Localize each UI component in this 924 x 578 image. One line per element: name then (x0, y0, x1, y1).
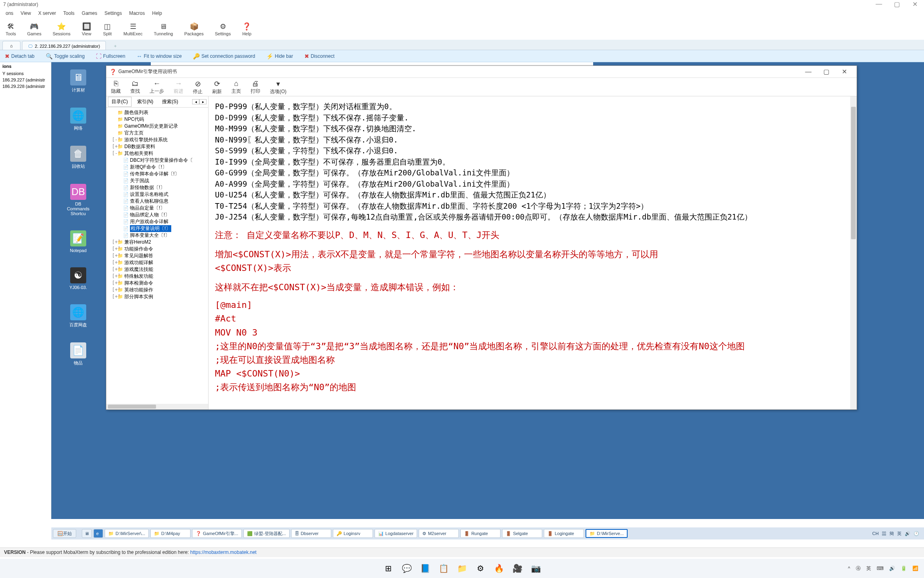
taskbar-item[interactable]: ❓GameOfMir引擎... (192, 529, 242, 538)
version-link[interactable]: https://mobaxterm.mobatek.net (190, 550, 256, 555)
host-tray-item[interactable]: ⓐ (856, 565, 861, 572)
host-tray-item[interactable]: 🔊 (889, 566, 895, 571)
desktop-icon-DB Commands Shortcu[interactable]: DBDB Commands Shortcu (66, 184, 90, 216)
taskbar-item[interactable]: 📁D:\MirServe... (586, 529, 628, 538)
chm-tb-打印[interactable]: 🖨打印 (251, 79, 260, 94)
tray-item[interactable]: CH (872, 531, 879, 536)
tree-node[interactable]: [-]📁游戏引擎脱外挂系统 (112, 136, 207, 143)
host-tray-item[interactable]: ⌨ (877, 566, 883, 571)
tree-node[interactable]: 📄DBC对字符型变量操作命令〔 (112, 157, 207, 164)
action-detach-tab[interactable]: ✖Detach tab (5, 53, 34, 59)
tree-node[interactable]: 📄关于国战 (112, 177, 207, 184)
taskbar-item[interactable]: 🔑Loginsrv (333, 529, 373, 538)
desktop-icon-网络[interactable]: 🌐网络 (66, 108, 90, 131)
tray-item[interactable]: 🔊 (905, 531, 910, 536)
tree-node[interactable]: 📄物品自定量〔!〕 (112, 205, 207, 212)
chm-tb-查找[interactable]: 🗂查找 (130, 79, 140, 94)
tree-node[interactable]: [+]📁游戏魔法技能 (112, 266, 207, 273)
action-set-connection-password[interactable]: 🔑Set connection password (193, 53, 255, 59)
taskbar-item[interactable]: ⚙M2server (419, 529, 459, 538)
chm-nav-tab-0[interactable]: 目录(C) (108, 97, 132, 107)
tray-item[interactable]: 🕐 (914, 531, 919, 536)
chm-titlebar[interactable]: ❓ GameOfMir引擎使用说明书 — ▢ ✕ (106, 66, 857, 78)
taskbar-item[interactable]: 🚪Logingate (544, 529, 584, 538)
menu-games[interactable]: Games (82, 10, 97, 16)
action-fit-to-window-size[interactable]: ↔Fit to window size (136, 53, 182, 59)
action-fullscreen[interactable]: ⛶Fullscreen (96, 53, 125, 59)
chm-tree[interactable]: 📁颜色值列表📁NPC代码📁GameOfMir历史更新记录📁官方主页[-]📁游戏引… (106, 108, 208, 403)
action-toggle-scaling[interactable]: 🔍Toggle scaling (46, 53, 85, 59)
tree-node[interactable]: 📄用户游戏命令详解 (112, 218, 207, 225)
chm-vscroll[interactable] (850, 96, 857, 409)
host-tray-item[interactable]: 🔋 (901, 566, 907, 571)
menu-tools[interactable]: Tools (63, 10, 75, 16)
chm-nav-tab-2[interactable]: 搜索(S) (159, 97, 181, 106)
tree-node[interactable]: 📁颜色值列表 (112, 109, 207, 116)
tree-node[interactable]: [+]📁特殊触发功能 (112, 273, 207, 280)
tree-node[interactable]: [+]📁游戏功能详解 (112, 259, 207, 266)
toolbar-tunneling[interactable]: 🖥Tunneling (154, 20, 173, 38)
tree-node[interactable]: [+]📁英雄功能操作 (112, 287, 207, 293)
tree-node[interactable]: 📁GameOfMir历史更新记录 (112, 123, 207, 130)
host-taskbar-app[interactable]: 📷 (529, 562, 542, 575)
toolbar-multiexec[interactable]: ☰MultiExec (124, 20, 143, 38)
chm-tb-上一步[interactable]: ←上一步 (150, 79, 164, 94)
tree-node[interactable]: 📁官方主页 (112, 130, 207, 136)
nav-prev[interactable]: ◂ (192, 99, 199, 104)
host-taskbar-app[interactable]: 📘 (419, 562, 432, 575)
chm-tb-选项(O)[interactable]: ▾选项(O) (270, 79, 286, 94)
sidebar-item[interactable]: 186.29.228 (administr (0, 83, 51, 90)
chm-tb-主页[interactable]: ⌂主页 (231, 79, 241, 94)
tray-item[interactable]: 英 (897, 531, 902, 537)
host-tray-item[interactable]: 📶 (912, 566, 918, 571)
tree-node[interactable]: 📄查看人物私聊信息 (112, 198, 207, 205)
menu-x server[interactable]: X server (38, 10, 56, 16)
menu-ons[interactable]: ons (6, 10, 13, 16)
desktop-icon-YJ06-03.[interactable]: ☯YJ06-03. (66, 267, 90, 290)
sidebar-item[interactable]: 186.29.227 (administr (0, 77, 51, 83)
host-taskbar-app[interactable]: 📋 (437, 562, 450, 575)
toolbar-packages[interactable]: 📦Packages (184, 20, 203, 38)
host-taskbar-app[interactable]: 🔥 (492, 562, 505, 575)
host-taskbar-app[interactable]: 🎥 (511, 562, 524, 575)
chm-tb-隐藏[interactable]: ⎘隐藏 (111, 79, 121, 94)
tree-node[interactable]: 📄设置显示名称格式 (112, 191, 207, 198)
menu-settings[interactable]: Settings (105, 10, 122, 16)
taskbar-item[interactable]: 📊Logdataserver (375, 529, 417, 538)
desktop-icon-百度网盘[interactable]: 🌐百度网盘 (66, 304, 90, 328)
tree-node[interactable]: 📁NPC代码 (112, 116, 207, 123)
tree-node[interactable]: [+]📁部分脚本实例 (112, 293, 207, 300)
taskbar-item[interactable]: 🗄Dbserver (291, 529, 331, 538)
tree-node[interactable]: 📄脚本变量大全〔!〕 (112, 232, 207, 239)
tree-node[interactable]: 📄新怪物数据〔!〕 (112, 184, 207, 191)
tree-node[interactable]: 📄程序变量说明〔!〕 (112, 225, 207, 232)
chm-maximize[interactable]: ▢ (817, 68, 835, 75)
menu-macros[interactable]: Macros (129, 10, 145, 16)
host-taskbar-app[interactable]: 💬 (400, 562, 413, 575)
tray-item[interactable]: 簡 (890, 531, 894, 537)
minimize-button[interactable]: — (870, 0, 888, 8)
sidebar-item[interactable]: Y sessions (0, 70, 51, 77)
quicklaunch-2[interactable]: e (93, 529, 103, 538)
tree-scrollbar[interactable] (106, 404, 208, 409)
tree-node[interactable]: [+]📁DB数据库资料 (112, 143, 207, 150)
taskbar-item[interactable]: 🚪Rungate (460, 529, 500, 538)
host-taskbar-app[interactable]: 📁 (456, 562, 468, 575)
host-taskbar-app[interactable]: ⚙ (474, 562, 487, 575)
quicklaunch-1[interactable]: 🖥 (82, 529, 92, 538)
tray-item[interactable]: 㗊 (882, 531, 886, 537)
tree-node[interactable]: [+]📁功能操作命令 (112, 246, 207, 252)
toolbar-split[interactable]: ◫Split (103, 20, 112, 38)
tree-node[interactable]: [-]📁其他相关资料 (112, 150, 207, 157)
nav-next[interactable]: ▸ (199, 99, 207, 104)
desktop-icon-计算材[interactable]: 🖥计算材 (66, 69, 90, 93)
close-button[interactable]: ✕ (906, 0, 924, 8)
taskbar-item[interactable]: 🚪Selgate (502, 529, 542, 538)
menu-view[interactable]: View (20, 10, 31, 16)
toolbar-games[interactable]: 🎮Games (27, 20, 41, 38)
action-disconnect[interactable]: ✖Disconnect (304, 53, 334, 59)
desktop-icon-Notepad[interactable]: 📝Notepad (66, 230, 90, 253)
desktop-icon-回收站[interactable]: 🗑回收站 (66, 146, 90, 169)
chm-nav-tab-1[interactable]: 索引(N) (134, 97, 157, 106)
action-hide-bar[interactable]: ⚡Hide bar (266, 53, 293, 59)
